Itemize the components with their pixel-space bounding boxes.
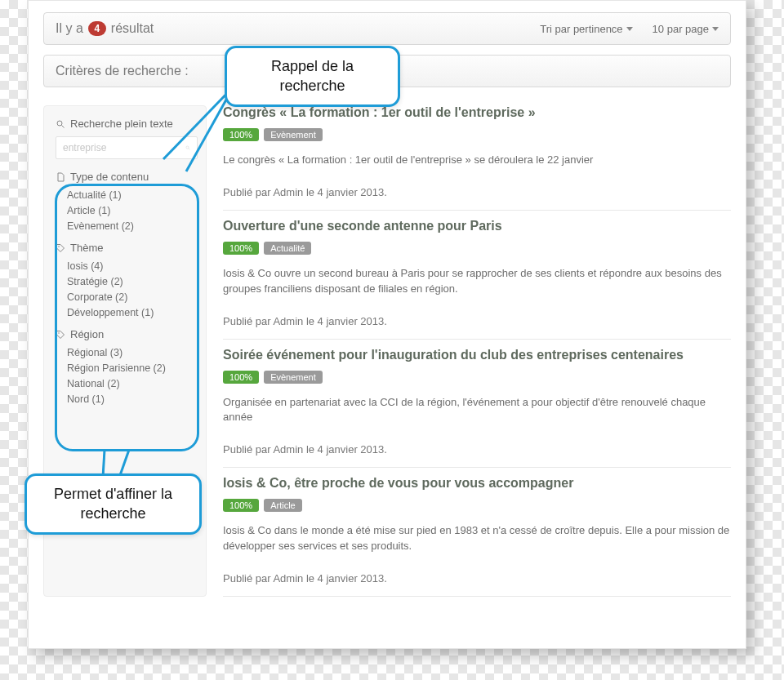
facet-item[interactable]: Développement (1) [67,305,196,321]
facet-group: Type de contenuActualité (1)Article (1)E… [44,171,206,242]
facet-item[interactable]: Nord (1) [67,392,196,407]
result-meta: Publié par Admin le 4 janvier 2013. [223,312,731,327]
svg-point-0 [57,121,62,126]
result-title[interactable]: Ouverture d'une seconde antenne pour Par… [223,219,731,233]
tag-icon [56,243,65,253]
facet-group: RégionRégional (3)Région Parisienne (2)N… [44,328,206,415]
sort-dropdown[interactable]: Tri par pertinence [540,23,632,35]
facet-item[interactable]: Stratégie (2) [67,274,196,290]
facet-item[interactable]: Evènement (2) [67,219,196,234]
search-result: Congrès « La formation : 1er outil de l'… [223,105,731,211]
results-list: Congrès « La formation : 1er outil de l'… [223,105,731,597]
result-title[interactable]: Iosis & Co, être proche de vous pour vou… [223,476,731,491]
result-tags: 100%Article [223,499,731,512]
result-title[interactable]: Congrès « La formation : 1er outil de l'… [223,105,731,120]
facet-item[interactable]: Actualité (1) [67,188,196,203]
facet-group: ThèmeIosis (4)Stratégie (2)Corporate (2)… [44,242,206,328]
category-badge: Evènement [264,371,323,384]
result-excerpt: Le congrès « La formation : 1er outil de… [223,153,731,168]
search-result: Ouverture d'une seconde antenne pour Par… [223,211,731,340]
facet-group-title: Thème [56,242,196,254]
result-tags: 100%Evènement [223,128,731,141]
tag-icon [56,330,65,340]
facet-list: Actualité (1)Article (1)Evènement (2) [56,188,196,233]
chevron-down-icon [626,27,633,31]
result-tags: 100%Evènement [223,371,731,384]
result-meta: Publié par Admin le 4 janvier 2013. [223,440,731,456]
perpage-dropdown[interactable]: 10 par page [653,23,719,35]
search-result: Iosis & Co, être proche de vous pour vou… [223,468,731,597]
perpage-label: 10 par page [653,23,709,35]
result-excerpt: Iosis & Co ouvre un second bureau à Pari… [223,266,731,297]
relevance-badge: 100% [223,371,259,384]
facet-list: Régional (3)Région Parisienne (2)Nationa… [56,345,196,407]
sort-label: Tri par pertinence [540,23,622,35]
annotation-callout-search-recall: Rappel de la recherche [225,46,400,107]
svg-line-1 [62,125,65,127]
facet-item[interactable]: Régional (3) [67,345,196,361]
result-count-text: Il y a 4 résultat [56,21,540,36]
facet-item[interactable]: Article (1) [67,203,196,219]
facet-item[interactable]: Iosis (4) [67,259,196,274]
result-meta: Publié par Admin le 4 janvier 2013. [223,183,731,198]
result-excerpt: Organisée en partenariat avec la CCI de … [223,395,731,426]
annotation-callout-refine: Permet d'affiner la recherche [24,473,202,535]
search-icon [56,119,65,129]
header-controls: Tri par pertinence 10 par page [540,23,719,35]
facet-item[interactable]: National (2) [67,376,196,392]
facet-item[interactable]: Région Parisienne (2) [67,361,196,376]
result-title[interactable]: Soirée événement pour l'inauguration du … [223,348,731,362]
chevron-down-icon [712,27,719,31]
relevance-badge: 100% [223,499,259,512]
category-badge: Article [264,499,302,512]
results-header: Il y a 4 résultat Tri par pertinence 10 … [43,12,731,45]
criteria-label: Critères de recherche : [56,64,189,78]
facet-group-title: Région [56,328,196,340]
category-badge: Evènement [264,128,323,141]
category-badge: Actualité [264,242,311,255]
svg-point-4 [58,246,60,247]
result-excerpt: Iosis & Co dans le monde a été mise sur … [223,523,731,554]
result-suffix: résultat [111,21,154,36]
result-count-badge: 4 [88,21,106,36]
result-prefix: Il y a [56,21,83,36]
file-icon [56,172,65,182]
search-result: Soirée événement pour l'inauguration du … [223,340,731,469]
relevance-badge: 100% [223,242,259,255]
facet-item[interactable]: Corporate (2) [67,290,196,305]
result-meta: Publié par Admin le 4 janvier 2013. [223,569,731,584]
svg-point-5 [58,332,60,334]
result-tags: 100%Actualité [223,242,731,255]
facet-list: Iosis (4)Stratégie (2)Corporate (2)Dével… [56,259,196,320]
